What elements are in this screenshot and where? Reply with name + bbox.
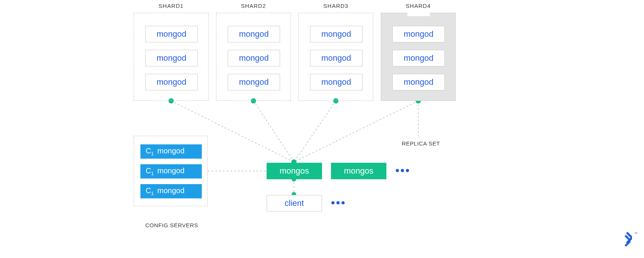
config-server-node: C1 mongod [140, 184, 202, 198]
svg-text:™: ™ [634, 232, 637, 236]
client-node: client [267, 195, 322, 212]
shard-title: SHARD4 [381, 3, 455, 9]
shard-4: SHARD4 mongod mongod mongod [381, 13, 456, 101]
svg-line-1 [253, 101, 294, 162]
config-server-node: C1 mongod [140, 164, 202, 178]
mongod-node: mongod [392, 50, 445, 66]
config-server-node: C1 mongod [140, 144, 202, 159]
mongod-node: mongod [310, 74, 362, 90]
mongod-node: mongod [310, 50, 362, 66]
mongod-node: mongod [145, 50, 198, 66]
mongos-router: mongos [267, 163, 322, 179]
brand-logo: ™ [616, 230, 637, 252]
config-servers-group: C1 mongod C1 mongod C1 mongod [134, 136, 208, 206]
mongos-router: mongos [331, 163, 386, 179]
config-servers-label: CONFIG SERVERS [145, 222, 198, 228]
mongod-node: mongod [310, 26, 362, 42]
shard-3: SHARD3 mongod mongod mongod [298, 13, 373, 101]
shard-title: SHARD2 [216, 3, 291, 9]
shard-title: SHARD1 [134, 3, 208, 9]
mongod-node: mongod [228, 50, 280, 66]
more-icon: ••• [395, 164, 411, 177]
shard-1: SHARD1 mongod mongod mongod [134, 13, 209, 101]
svg-line-3 [294, 101, 418, 162]
mongod-node: mongod [392, 26, 445, 42]
shard-2: SHARD2 mongod mongod mongod [216, 13, 291, 101]
svg-line-2 [294, 101, 336, 162]
replica-set-label: REPLICA SET [402, 140, 440, 147]
mongod-node: mongod [392, 74, 445, 90]
mongod-node: mongod [228, 74, 280, 90]
mongod-node: mongod [145, 74, 198, 90]
shard-title: SHARD3 [299, 3, 373, 9]
mongod-node: mongod [145, 26, 198, 42]
mongod-node: mongod [228, 26, 280, 42]
more-icon: ••• [331, 196, 346, 209]
